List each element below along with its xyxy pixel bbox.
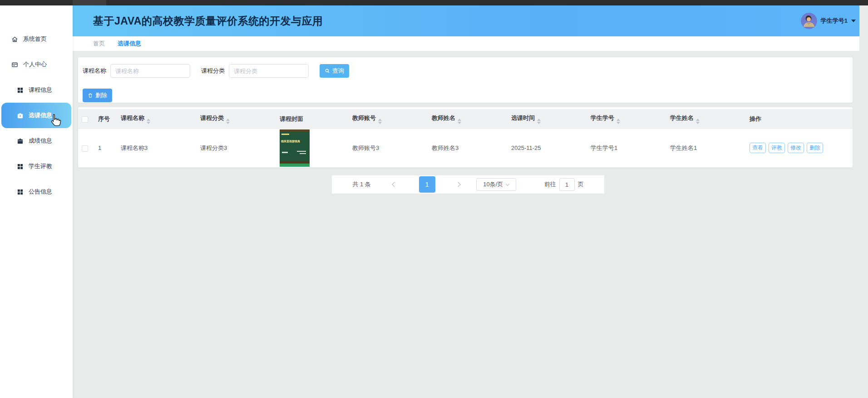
goto-page-group: 前往 页: [544, 178, 584, 191]
column-label: 教师姓名: [432, 114, 455, 121]
home-icon: [11, 36, 18, 43]
column-label: 课程封面: [280, 115, 303, 122]
bulk-delete-button[interactable]: 删除: [83, 89, 112, 102]
course-name-label: 课程名称: [83, 67, 106, 75]
cell-course-cover: 线段直线射线角: [275, 129, 348, 167]
sidebar-item-label: 学生评教: [29, 162, 52, 170]
course-name-input[interactable]: [110, 64, 190, 78]
sort-caret-icon[interactable]: [147, 119, 150, 124]
breadcrumb-current[interactable]: 选课信息: [118, 40, 141, 48]
course-cover-image[interactable]: 线段直线射线角: [280, 129, 310, 167]
column-label: 序号: [98, 115, 110, 122]
cell-actions: 查看评教修改删除: [745, 129, 853, 167]
sidebar-item-label: 课程信息: [29, 86, 52, 94]
sort-caret-icon[interactable]: [378, 119, 382, 124]
column-label: 课程名称: [121, 114, 144, 121]
course-selection-table: 序号 课程名称 课程分类 课程封面 教师账号 教师姓名 选课时间 学生学号 学生…: [78, 109, 853, 168]
delete-button-label: 删除: [95, 91, 107, 100]
th-course-cover: 课程封面: [275, 109, 348, 129]
sidebar-item-label: 成绩信息: [29, 137, 52, 145]
th-course-name: 课程名称: [116, 109, 196, 129]
column-label: 学生学号: [591, 114, 614, 121]
grid-icon: [17, 163, 24, 170]
filter-row: 课程名称 课程分类 查询: [83, 64, 848, 78]
profile-card-icon: [11, 61, 18, 68]
sort-caret-icon[interactable]: [537, 119, 541, 124]
cell-select-time: 2025-11-25: [507, 129, 586, 167]
sort-caret-icon[interactable]: [458, 119, 461, 124]
sidebar-item-student-evaluation[interactable]: 学生评教: [0, 154, 73, 179]
column-label: 选课时间: [511, 114, 535, 121]
view-button[interactable]: 查看: [750, 143, 766, 153]
sidebar-item-course-info[interactable]: 课程信息: [0, 77, 73, 103]
th-student-id: 学生学号: [586, 109, 666, 129]
window-titlebar: [0, 0, 868, 5]
cell-teacher-account: 教师账号3: [348, 129, 427, 167]
course-category-label: 课程分类: [201, 67, 225, 75]
pagination: 共 1 条 1 10条/页 前往 页: [332, 175, 604, 194]
goto-page-input[interactable]: [559, 178, 575, 191]
course-selection-table-card: 序号 课程名称 课程分类 课程封面 教师账号 教师姓名 选课时间 学生学号 学生…: [78, 107, 853, 168]
cell-index: 1: [94, 129, 116, 167]
filter-card: 课程名称 课程分类 查询 删除: [78, 57, 853, 103]
goto-label: 前往: [544, 180, 556, 189]
sidebar-item-course-selection[interactable]: 选课信息: [1, 103, 71, 128]
sidebar-item-grade-info[interactable]: 成绩信息: [0, 128, 73, 154]
sort-caret-icon[interactable]: [616, 119, 620, 124]
next-page-icon[interactable]: [455, 182, 460, 187]
app-header: 基于JAVA的高校教学质量评价系统的开发与应用 学生学号1: [73, 5, 859, 36]
th-teacher-account: 教师账号: [348, 109, 427, 129]
user-menu[interactable]: 学生学号1: [801, 13, 856, 29]
cell-student-name: 学生姓名1: [666, 129, 745, 167]
cell-course-category: 课程分类3: [196, 129, 275, 167]
search-button-label: 查询: [332, 67, 344, 75]
sidebar-item-personal-center[interactable]: 个人中心: [0, 52, 73, 77]
column-label: 操作: [750, 115, 761, 122]
titlebar-tab-hint: [73, 0, 106, 5]
sidebar: 系统首页 个人中心 课程信息 选课信息 成绩信息: [0, 5, 73, 398]
magnifier-icon: [325, 68, 330, 74]
page-size-select[interactable]: 10条/页: [476, 178, 516, 191]
column-label: 学生姓名: [670, 114, 694, 121]
briefcase-icon: [17, 112, 24, 119]
pagination-total: 共 1 条: [352, 180, 370, 189]
goto-suffix: 页: [578, 180, 584, 189]
edit-button[interactable]: 修改: [788, 143, 804, 153]
column-label: 课程分类: [200, 114, 224, 121]
grid-icon: [17, 189, 24, 195]
th-index: 序号: [94, 109, 116, 129]
prev-page-icon[interactable]: [392, 182, 397, 187]
select-all-checkbox[interactable]: [82, 116, 88, 123]
search-button[interactable]: 查询: [320, 64, 349, 78]
column-label: 教师账号: [352, 114, 376, 121]
grid-icon: [17, 87, 24, 94]
cover-title-text: 线段直线射线角: [281, 140, 309, 143]
sidebar-item-label: 选课信息: [29, 111, 52, 119]
user-name: 学生学号1: [821, 17, 848, 25]
page-size-value: 10条/页: [483, 180, 503, 189]
breadcrumb-home[interactable]: 首页: [93, 40, 105, 48]
sidebar-item-announcement-info[interactable]: 公告信息: [0, 179, 73, 204]
sidebar-item-label: 公告信息: [29, 188, 52, 196]
th-student-name: 学生姓名: [666, 109, 745, 129]
breadcrumb: 首页 选课信息: [73, 36, 859, 51]
course-category-input[interactable]: [229, 64, 309, 78]
sort-caret-icon[interactable]: [696, 119, 700, 124]
cell-teacher-name: 教师姓名3: [427, 129, 507, 167]
sidebar-item-system-home[interactable]: 系统首页: [0, 26, 73, 52]
user-avatar[interactable]: [801, 13, 817, 29]
sort-caret-icon[interactable]: [226, 119, 230, 124]
cell-student-id: 学生学号1: [586, 129, 666, 167]
row-checkbox[interactable]: [82, 145, 88, 152]
table-header-row: 序号 课程名称 课程分类 课程封面 教师账号 教师姓名 选课时间 学生学号 学生…: [78, 109, 853, 129]
briefcase-icon: [17, 138, 24, 144]
page-number-button[interactable]: 1: [419, 176, 435, 193]
table-row: 1 课程名称3 课程分类3 线段直线射线角 教师账号3: [78, 129, 853, 167]
page-title: 基于JAVA的高校教学质量评价系统的开发与应用: [93, 14, 323, 28]
sidebar-item-label: 系统首页: [23, 35, 47, 43]
evaluate-button[interactable]: 评教: [769, 143, 785, 153]
chevron-down-icon: [851, 20, 856, 25]
delete-row-button[interactable]: 删除: [807, 143, 823, 153]
chevron-down-icon: [506, 182, 509, 185]
sidebar-item-label: 个人中心: [23, 60, 47, 69]
